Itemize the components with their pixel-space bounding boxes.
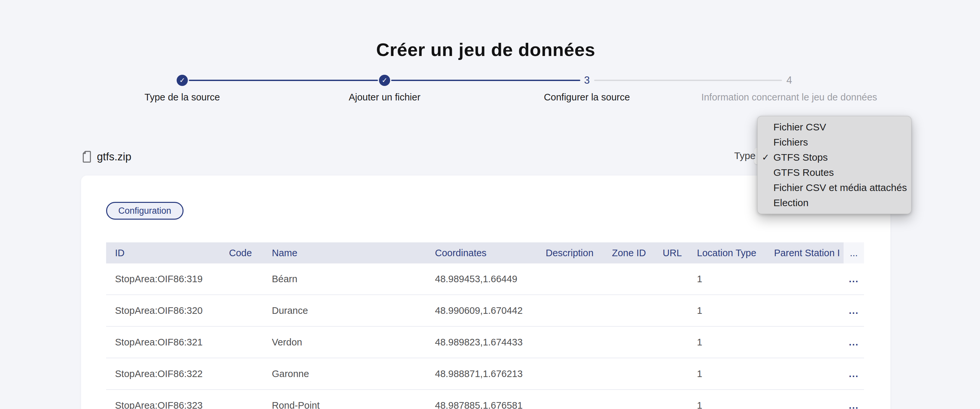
row-actions-cell: ... [843,327,864,358]
table-cell [765,358,843,389]
table-cell [765,327,843,358]
table-cell: Béarn [263,263,426,295]
step-number: 3 [584,75,590,86]
table-cell [765,263,843,295]
table-cell [654,327,688,358]
row-actions-cell: ... [843,358,864,389]
configuration-tab[interactable]: Configuration [106,202,183,220]
table-cell [654,295,688,326]
table-cell: Verdon [263,327,426,358]
table-cell: 48.988871,1.676213 [426,358,537,389]
table-row: StopArea:OIF86:322Garonne48.988871,1.676… [106,358,864,390]
row-actions-cell: ... [843,295,864,326]
stepper-connector-2 [391,80,580,81]
step-done-check-icon: ✓ [177,75,188,86]
table-cell: StopArea:OIF86:321 [106,327,220,358]
type-dropdown-menu: Fichier CSVFichiers✓GTFS StopsGTFS Route… [757,116,912,214]
column-header: Name [263,243,426,263]
table-cell [654,390,688,409]
column-header: ... [843,243,864,263]
menu-item-gtfs-routes[interactable]: GTFS Routes [757,165,911,180]
step-label: Type de la source [145,92,220,103]
table-cell: 1 [688,327,765,358]
menu-item-fichiers[interactable]: Fichiers [757,135,911,150]
table-cell: Durance [263,295,426,326]
step-label: Configurer la source [544,92,630,103]
stepper-connector-3 [594,80,782,81]
column-header: Code [220,243,263,263]
table-cell [765,390,843,409]
column-header: Parent Station I [765,243,843,263]
column-header: ID [106,243,220,263]
table-cell: StopArea:OIF86:320 [106,295,220,326]
table-cell: 48.989453,1.66449 [426,263,537,295]
step-number: 4 [786,75,792,86]
menu-item-gtfs-stops[interactable]: ✓GTFS Stops [757,150,911,165]
table-cell [537,327,603,358]
table-cell [603,390,654,409]
column-header: Description [537,243,603,263]
step-label: Information concernant le jeu de données [701,92,877,103]
table-cell [537,390,603,409]
table-cell: Rond-Point [263,390,426,409]
table-cell [603,263,654,295]
table-cell [220,295,263,326]
table-row: StopArea:OIF86:319Béarn48.989453,1.66449… [106,263,864,295]
table-cell: StopArea:OIF86:323 [106,390,220,409]
type-label: Type [734,150,756,162]
table-cell: 48.989823,1.674433 [426,327,537,358]
wizard-stepper: ✓Type de la source✓Ajouter un fichier3Co… [81,75,890,111]
row-actions-menu-button[interactable]: ... [849,337,859,348]
menu-item-fichier-csv[interactable]: Fichier CSV [757,119,911,135]
row-actions-cell: ... [843,263,864,295]
table-cell: 48.987885,1.676581 [426,390,537,409]
table-cell [765,295,843,326]
column-header: Location Type [688,243,765,263]
step-label: Ajouter un fichier [348,92,420,103]
table-cell [603,295,654,326]
step-done-check-icon: ✓ [379,75,390,86]
menu-item-fichier-csv-et-m-dia-attach-s[interactable]: Fichier CSV et média attachés [757,180,911,195]
table-cell: 1 [688,295,765,326]
file-name: gtfs.zip [97,151,132,163]
file-icon [82,151,92,163]
table-cell [654,263,688,295]
stops-table: IDCodeNameCoordinatesDescriptionZone IDU… [106,243,864,409]
table-cell: 1 [688,263,765,295]
row-actions-cell: ... [843,390,864,409]
table-cell [537,358,603,389]
table-cell [603,327,654,358]
table-cell [220,390,263,409]
table-cell [220,263,263,295]
table-cell [537,295,603,326]
row-actions-menu-button[interactable]: ... [849,274,859,285]
table-row: StopArea:OIF86:321Verdon48.989823,1.6744… [106,327,864,358]
stepper-connector-1 [189,80,378,81]
column-header: Coordinates [426,243,537,263]
row-actions-menu-button[interactable]: ... [849,368,859,379]
table-cell: 48.990609,1.670442 [426,295,537,326]
menu-item-election[interactable]: Election [757,195,911,211]
create-dataset-page: Créer un jeu de données ✓Type de la sour… [0,0,980,409]
row-actions-menu-button[interactable]: ... [849,305,859,316]
file-info: gtfs.zip [82,147,132,166]
selected-check-icon: ✓ [762,150,770,165]
table-cell: StopArea:OIF86:322 [106,358,220,389]
table-cell: 1 [688,390,765,409]
table-cell: Garonne [263,358,426,389]
table-cell [603,358,654,389]
table-header-row: IDCodeNameCoordinatesDescriptionZone IDU… [106,243,864,263]
column-header: Zone ID [603,243,654,263]
table-cell [220,327,263,358]
row-actions-menu-button[interactable]: ... [849,400,859,409]
table-cell: StopArea:OIF86:319 [106,263,220,295]
page-title: Créer un jeu de données [81,39,890,60]
table-row: StopArea:OIF86:320Durance48.990609,1.670… [106,295,864,327]
table-cell [654,358,688,389]
column-header: URL [654,243,688,263]
table-cell: 1 [688,358,765,389]
table-cell [220,358,263,389]
table-cell [537,263,603,295]
table-row: StopArea:OIF86:323Rond-Point48.987885,1.… [106,390,864,409]
